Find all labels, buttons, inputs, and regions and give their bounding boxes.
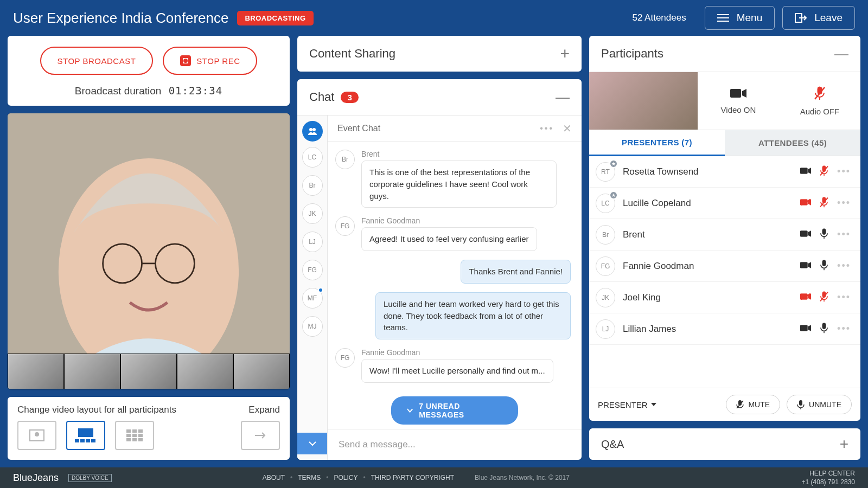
participant-name: Brent bbox=[623, 229, 800, 240]
participant-more[interactable]: ••• bbox=[837, 323, 851, 335]
participant-action-bar: PRESENTER MUTE UNMUTE bbox=[589, 388, 860, 421]
chat-room-avatar[interactable]: JK bbox=[302, 203, 323, 224]
mute-all-button[interactable]: MUTE bbox=[726, 395, 780, 414]
strip-thumb[interactable] bbox=[233, 354, 290, 389]
mic-off-icon bbox=[736, 400, 744, 409]
participant-cam-toggle[interactable] bbox=[800, 228, 811, 241]
chat-room-avatar[interactable]: Br bbox=[302, 175, 323, 196]
footer-link[interactable]: TERMS bbox=[298, 474, 321, 481]
participant-more[interactable]: ••• bbox=[837, 197, 851, 209]
layout-option-grid[interactable] bbox=[115, 421, 154, 450]
topbar: User Experience India Conference BROADCA… bbox=[0, 0, 868, 36]
self-audio-toggle[interactable]: Audio OFF bbox=[779, 72, 860, 130]
stop-rec-button[interactable]: STOP REC bbox=[163, 47, 257, 75]
chat-header[interactable]: Chat 3 — bbox=[297, 79, 582, 115]
svg-rect-22 bbox=[138, 434, 143, 437]
content-sharing-header[interactable]: Content Sharing + bbox=[297, 36, 582, 72]
participant-name: Lillian James bbox=[623, 324, 800, 335]
help-title: HELP CENTER bbox=[802, 469, 855, 478]
leave-label: Leave bbox=[814, 12, 843, 24]
chat-room-avatar[interactable]: MF bbox=[302, 288, 323, 309]
svg-rect-59 bbox=[800, 325, 807, 331]
leave-button[interactable]: Leave bbox=[782, 6, 855, 30]
video-on-icon bbox=[800, 260, 811, 271]
chat-room-expand[interactable] bbox=[297, 433, 327, 454]
qa-panel[interactable]: Q&A + bbox=[589, 428, 860, 460]
layout-expand-label: Expand bbox=[248, 404, 280, 415]
participant-more[interactable]: ••• bbox=[837, 292, 851, 303]
participant-more[interactable]: ••• bbox=[837, 166, 851, 177]
video-off-icon bbox=[800, 197, 811, 208]
tab-attendees[interactable]: ATTENDEES (45) bbox=[725, 130, 860, 156]
self-video-thumb[interactable] bbox=[589, 72, 698, 130]
participant-mic-toggle[interactable] bbox=[819, 165, 829, 178]
participant-row[interactable]: LC★ Lucille Copeland ••• bbox=[589, 188, 860, 219]
footer-link[interactable]: ABOUT bbox=[263, 474, 285, 481]
strip-thumb[interactable] bbox=[120, 354, 177, 389]
participant-row[interactable]: JK Joel King ••• bbox=[589, 282, 860, 313]
chat-message: Thanks Brent and Fannie! bbox=[335, 260, 571, 284]
footer-link[interactable]: POLICY bbox=[334, 474, 358, 481]
participant-mic-toggle[interactable] bbox=[819, 291, 829, 304]
participant-row[interactable]: LJ Lillian James ••• bbox=[589, 313, 860, 345]
footer-link[interactable]: THIRD PARTY COPYRIGHT bbox=[371, 474, 454, 481]
svg-rect-25 bbox=[138, 438, 143, 441]
star-icon: ★ bbox=[609, 191, 618, 200]
mic-off-icon bbox=[814, 86, 826, 100]
participant-row[interactable]: Br Brent ••• bbox=[589, 219, 860, 251]
participant-row[interactable]: FG Fannie Goodman ••• bbox=[589, 251, 860, 282]
strip-thumb[interactable] bbox=[8, 354, 64, 389]
participant-cam-toggle[interactable] bbox=[800, 291, 811, 304]
participant-row[interactable]: RT★ Rosetta Townsend ••• bbox=[589, 156, 860, 188]
participant-mic-toggle[interactable] bbox=[819, 260, 829, 272]
participants-panel: Participants — Video ON Audio OFF P bbox=[589, 36, 860, 421]
plus-icon[interactable]: + bbox=[560, 44, 570, 63]
participant-mic-toggle[interactable] bbox=[819, 228, 829, 241]
message-avatar: FG bbox=[335, 348, 355, 368]
chat-room-avatar[interactable]: LC bbox=[302, 147, 323, 168]
participant-cam-toggle[interactable] bbox=[800, 260, 811, 272]
layout-option-speaker[interactable] bbox=[17, 421, 56, 450]
thread-header: Event Chat ••• ✕ bbox=[328, 115, 582, 142]
collapse-icon[interactable]: — bbox=[834, 46, 848, 62]
svg-marker-60 bbox=[808, 325, 811, 331]
self-video-toggle[interactable]: Video ON bbox=[698, 72, 779, 130]
menu-button[interactable]: Menu bbox=[705, 6, 775, 30]
participant-more[interactable]: ••• bbox=[837, 229, 851, 240]
chat-room-avatar[interactable]: LJ bbox=[302, 232, 323, 252]
main-speaker-video[interactable] bbox=[8, 113, 290, 354]
tab-presenters[interactable]: PRESENTERS (7) bbox=[589, 130, 725, 156]
close-icon[interactable]: ✕ bbox=[563, 122, 572, 135]
help-center[interactable]: HELP CENTER +1 (408) 791 2830 bbox=[802, 469, 855, 486]
plus-icon[interactable]: + bbox=[840, 435, 848, 453]
svg-rect-21 bbox=[132, 434, 137, 437]
compose-placeholder: Send a message... bbox=[339, 439, 416, 450]
qa-title: Q&A bbox=[601, 438, 624, 451]
more-icon[interactable]: ••• bbox=[540, 124, 554, 133]
participant-cam-toggle[interactable] bbox=[800, 165, 811, 178]
footer-links: ABOUT•TERMS•POLICY•THIRD PARTY COPYRIGHT bbox=[263, 474, 454, 481]
stop-broadcast-button[interactable]: STOP BROADCAST bbox=[40, 47, 154, 75]
chat-compose[interactable]: Send a message... bbox=[328, 429, 582, 460]
audio-state-label: Audio OFF bbox=[800, 107, 840, 116]
unread-messages-pill[interactable]: 7 UNREAD MESSAGES bbox=[391, 396, 518, 425]
participant-more[interactable]: ••• bbox=[837, 260, 851, 272]
participant-cam-toggle[interactable] bbox=[800, 323, 811, 335]
strip-thumb[interactable] bbox=[64, 354, 120, 389]
role-selector[interactable]: PRESENTER bbox=[598, 400, 656, 409]
unmute-all-button[interactable]: UNMUTE bbox=[787, 395, 852, 414]
participant-mic-toggle[interactable] bbox=[819, 323, 829, 335]
participant-mic-toggle[interactable] bbox=[819, 197, 829, 209]
layout-change-label: Change video layout for all participants bbox=[17, 404, 176, 415]
collapse-icon[interactable]: — bbox=[556, 89, 570, 106]
event-chat-room[interactable] bbox=[302, 121, 323, 142]
footer: BlueJeans DOLBY VOICE ABOUT•TERMS•POLICY… bbox=[0, 467, 868, 488]
participant-cam-toggle[interactable] bbox=[800, 197, 811, 209]
chat-room-avatar[interactable]: MJ bbox=[302, 316, 323, 337]
layout-option-film[interactable] bbox=[66, 421, 105, 450]
mic-on-icon bbox=[819, 323, 829, 333]
participant-name: Rosetta Townsend bbox=[623, 166, 800, 177]
strip-thumb[interactable] bbox=[177, 354, 233, 389]
chat-room-avatar[interactable]: FG bbox=[302, 260, 323, 280]
expand-button[interactable] bbox=[241, 421, 280, 450]
